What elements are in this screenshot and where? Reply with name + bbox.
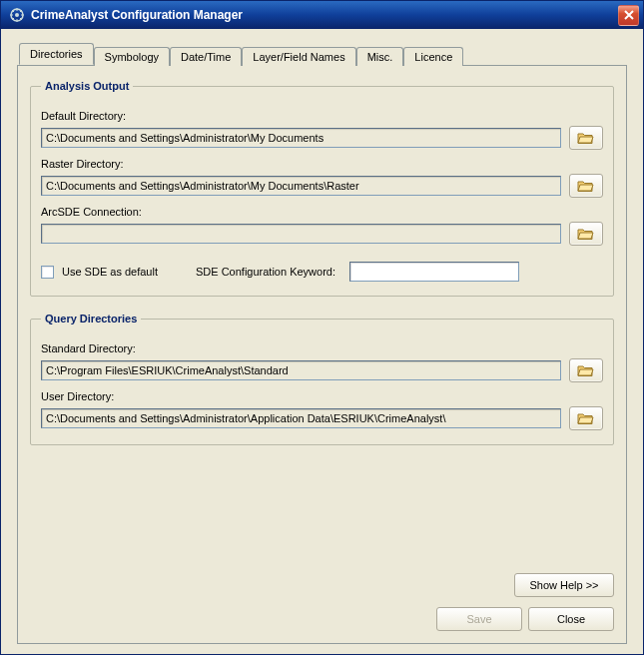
tab-misc[interactable]: Misc. — [356, 47, 404, 66]
titlebar: CrimeAnalyst Configuration Manager — [1, 1, 643, 29]
standard-dir-input[interactable] — [41, 360, 561, 380]
folder-open-icon — [577, 363, 595, 377]
default-dir-input[interactable] — [41, 128, 561, 148]
use-sde-checkbox[interactable] — [41, 266, 54, 279]
save-button[interactable]: Save — [436, 607, 522, 631]
window-title: CrimeAnalyst Configuration Manager — [29, 8, 618, 22]
user-dir-label: User Directory: — [41, 390, 603, 402]
default-dir-browse-button[interactable] — [569, 126, 603, 150]
group-query-directories-legend: Query Directories — [41, 313, 141, 325]
sde-keyword-label: SDE Configuration Keyword: — [196, 266, 335, 278]
folder-open-icon — [577, 411, 595, 425]
tab-directories[interactable]: Directories — [19, 43, 94, 65]
client-area: Directories Symbology Date/Time Layer/Fi… — [1, 29, 643, 654]
standard-dir-label: Standard Directory: — [41, 342, 603, 354]
tab-licence[interactable]: Licence — [403, 47, 463, 66]
arcsde-label: ArcSDE Connection: — [41, 206, 603, 218]
raster-dir-label: Raster Directory: — [41, 158, 603, 170]
app-icon — [9, 7, 25, 23]
raster-dir-input[interactable] — [41, 176, 561, 196]
close-button[interactable]: Close — [528, 607, 614, 631]
arcsde-input[interactable] — [41, 224, 561, 244]
folder-open-icon — [577, 227, 595, 241]
group-analysis-output-legend: Analysis Output — [41, 80, 133, 92]
standard-dir-browse-button[interactable] — [569, 358, 603, 382]
show-help-button[interactable]: Show Help >> — [514, 573, 614, 597]
user-dir-browse-button[interactable] — [569, 406, 603, 430]
window-close-button[interactable] — [618, 5, 639, 26]
folder-open-icon — [577, 179, 595, 193]
tab-content-directories: Analysis Output Default Directory: Raste… — [17, 65, 627, 644]
raster-dir-browse-button[interactable] — [569, 174, 603, 198]
sde-keyword-input[interactable] — [349, 262, 519, 282]
default-dir-label: Default Directory: — [41, 110, 603, 122]
tab-symbology[interactable]: Symbology — [94, 47, 170, 66]
tab-layer-field-names[interactable]: Layer/Field Names — [242, 47, 355, 66]
arcsde-browse-button[interactable] — [569, 222, 603, 246]
group-query-directories: Query Directories Standard Directory: Us… — [30, 313, 614, 445]
close-icon — [624, 10, 634, 20]
svg-point-1 — [15, 13, 19, 17]
user-dir-input[interactable] — [41, 408, 561, 428]
group-analysis-output: Analysis Output Default Directory: Raste… — [30, 80, 614, 297]
config-window: CrimeAnalyst Configuration Manager Direc… — [0, 0, 644, 655]
use-sde-label: Use SDE as default — [62, 266, 158, 278]
folder-open-icon — [577, 131, 595, 145]
tab-datetime[interactable]: Date/Time — [170, 47, 242, 66]
tabstrip: Directories Symbology Date/Time Layer/Fi… — [19, 43, 627, 65]
